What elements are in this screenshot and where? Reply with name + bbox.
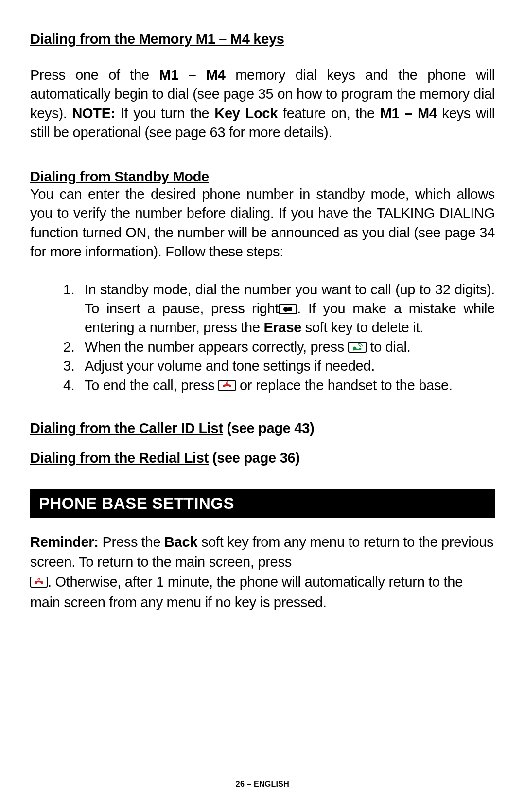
- list-item: To end the call, press or replace the ha…: [85, 376, 495, 395]
- text: . Otherwise, after 1 minute, the phone w…: [30, 574, 463, 610]
- paragraph-reminder: Reminder: Press the Back soft key from a…: [30, 532, 495, 613]
- svg-rect-1: [288, 307, 292, 311]
- reminder-label: Reminder:: [30, 534, 99, 550]
- text: If you turn the: [115, 106, 214, 121]
- list-item: When the number appears correctly, press…: [85, 338, 495, 357]
- ref-title: Dialing from the Caller ID List: [30, 420, 223, 436]
- end-call-key-icon: [218, 380, 236, 391]
- heading-standby-mode: Dialing from Standby Mode: [30, 169, 495, 185]
- text: To end the call, press: [85, 378, 218, 393]
- paragraph-standby-mode: You can enter the desired phone number i…: [30, 185, 495, 262]
- page-footer: 26 – ENGLISH: [0, 780, 525, 789]
- note-label: NOTE:: [72, 106, 115, 121]
- svg-point-0: [283, 307, 288, 312]
- list-item: Adjust your volume and tone settings if …: [85, 357, 495, 376]
- ref-caller-id: Dialing from the Caller ID List (see pag…: [30, 420, 495, 436]
- text-bold: M1 – M4: [159, 67, 225, 83]
- text: feature on, the: [278, 106, 380, 121]
- text: to dial.: [370, 339, 410, 355]
- text-bold: M1 – M4: [380, 106, 437, 121]
- heading-memory-keys: Dialing from the Memory M1 – M4 keys: [30, 31, 495, 47]
- text: When the number appears correctly, press: [85, 339, 348, 355]
- ref-title: Dialing from the Redial List: [30, 450, 209, 466]
- ref-redial: Dialing from the Redial List (see page 3…: [30, 450, 495, 466]
- text: Press one of the: [30, 67, 159, 83]
- text: Press the: [99, 534, 164, 550]
- ref-page: (see page 36): [209, 450, 300, 466]
- document-page: Dialing from the Memory M1 – M4 keys Pre…: [0, 0, 525, 812]
- text: soft key to delete it.: [301, 320, 423, 335]
- paragraph-memory-keys: Press one of the M1 – M4 memory dial key…: [30, 66, 495, 143]
- list-item: In standby mode, dial the number you wan…: [85, 280, 495, 338]
- text-bold: Back: [164, 534, 197, 550]
- record-key-icon: [279, 304, 297, 314]
- section-header-bar: PHONE BASE SETTINGS: [30, 489, 495, 518]
- ordered-list: In standby mode, dial the number you wan…: [30, 280, 495, 396]
- end-call-key-icon: [30, 577, 48, 588]
- text-bold: Key Lock: [214, 106, 278, 121]
- ref-page: (see page 43): [223, 420, 315, 436]
- talk-key-icon: [348, 342, 367, 353]
- text: or replace the handset to the base.: [240, 378, 453, 393]
- text-bold: Erase: [264, 320, 302, 335]
